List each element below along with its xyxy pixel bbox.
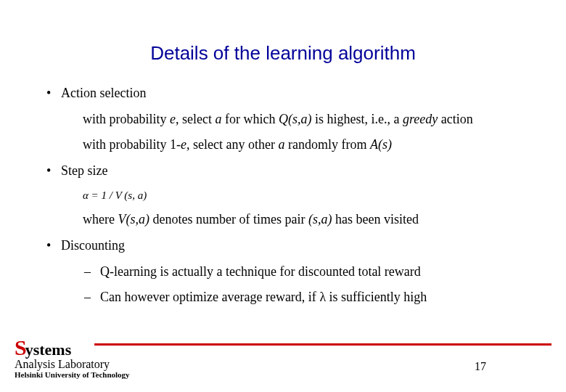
var-e: e: [170, 112, 176, 126]
formula-text: α = 1 / V (s, a): [83, 189, 147, 201]
page-number: 17: [475, 360, 486, 373]
text: denotes number of times pair: [149, 212, 308, 226]
action-selection-line2: with probability 1-e, select any other a…: [44, 137, 537, 153]
text: randomly from: [284, 137, 369, 152]
var-vsa: V(s,a): [118, 212, 149, 226]
bullet-action-selection: Action selection: [44, 86, 537, 102]
footer-logo-ystems: ystems: [25, 340, 72, 359]
text: , select: [176, 112, 215, 126]
bullet-step-size: Step size: [44, 163, 537, 179]
discounting-line2: Can however optimize average reward, if …: [44, 290, 537, 306]
text: has been visited: [332, 212, 418, 226]
step-size-formula: α = 1 / V (s, a): [44, 189, 537, 202]
var-lambda: λ: [319, 290, 326, 304]
var-sa: (s,a): [308, 212, 332, 226]
footer-rule: [94, 343, 551, 346]
footer: Systems Analysis Laboratory Helsinki Uni…: [15, 338, 551, 379]
slide-title: Details of the learning algorithm: [0, 42, 566, 65]
action-selection-line1: with probability e, select a for which Q…: [44, 112, 537, 128]
footer-affiliation: Helsinki University of Technology: [15, 370, 551, 379]
footer-subtitle: Analysis Laboratory: [15, 358, 551, 371]
text: for which: [221, 112, 278, 126]
slide-content: Action selection with probability e, sel…: [44, 86, 537, 316]
text: with probability 1-: [83, 137, 181, 152]
text: is highest, i.e., a: [311, 112, 402, 126]
text: Can however optimize average reward, if: [100, 290, 319, 304]
var-e2: e,: [181, 137, 190, 152]
step-size-where: where V(s,a) denotes number of times pai…: [44, 212, 537, 228]
var-as: A(s): [370, 137, 392, 152]
discounting-line1: Q-learning is actually a technique for d…: [44, 264, 537, 280]
text: with probability: [83, 112, 170, 126]
text: action: [438, 112, 472, 126]
word-greedy: greedy: [403, 112, 438, 126]
slide: Details of the learning algorithm Action…: [0, 0, 566, 392]
footer-logo-row: Systems: [15, 338, 551, 359]
text: select any other: [189, 137, 278, 152]
text: is sufficiently high: [326, 290, 427, 304]
bullet-discounting: Discounting: [44, 238, 537, 254]
text: where: [83, 212, 118, 226]
var-q: Q(s,a): [279, 112, 312, 126]
